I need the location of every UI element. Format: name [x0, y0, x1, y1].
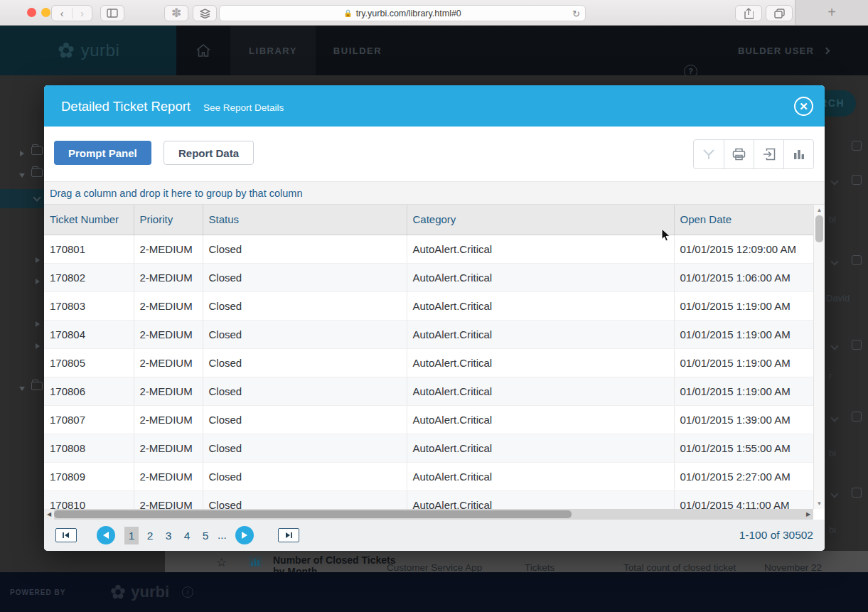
window-close-button[interactable] — [27, 8, 36, 17]
table-row[interactable]: 170803 2-MEDIUM Closed AutoAlert.Critica… — [44, 291, 813, 320]
chevron-down-icon[interactable] — [830, 342, 838, 350]
table-row[interactable]: 170805 2-MEDIUM Closed AutoAlert.Critica… — [44, 348, 813, 377]
share-button[interactable] — [735, 5, 762, 21]
table-cell: 170805 — [44, 348, 134, 377]
table-cell: Closed — [203, 405, 407, 434]
chevron-down-icon[interactable] — [830, 257, 838, 265]
report-date: November 22 — [764, 562, 822, 572]
page-number-3[interactable]: 3 — [161, 527, 176, 544]
table-cell: 170802 — [44, 263, 134, 291]
row-checkbox[interactable] — [852, 255, 862, 265]
table-cell: 170807 — [44, 405, 134, 434]
brand-logo[interactable]: yurbi — [0, 26, 176, 75]
table-row[interactable]: 170810 2-MEDIUM Closed AutoAlert.Critica… — [44, 490, 813, 509]
page-number-4[interactable]: 4 — [180, 527, 194, 544]
table-row[interactable]: 170808 2-MEDIUM Closed AutoAlert.Critica… — [44, 434, 813, 462]
back-button[interactable]: ‹ — [52, 8, 72, 19]
extension-flower-icon[interactable]: ✽ — [164, 5, 188, 21]
tree-expand-icon[interactable] — [20, 151, 24, 156]
table-row[interactable]: 170801 2-MEDIUM Closed AutoAlert.Critica… — [44, 235, 813, 263]
print-icon[interactable] — [724, 140, 754, 168]
result-range-label: 1-100 of 30502 — [739, 529, 813, 542]
tree-expand-icon[interactable] — [36, 321, 40, 327]
tree-collapse-icon[interactable] — [19, 387, 25, 391]
row-checkbox[interactable] — [852, 340, 862, 350]
page-number-1[interactable]: 1 — [124, 527, 139, 544]
forward-button[interactable]: › — [72, 8, 92, 19]
tree-expand-icon[interactable] — [36, 343, 40, 349]
address-bar[interactable]: 🔒 try.yurbi.com/library.html#0 ↻ — [219, 5, 586, 21]
page-number-2[interactable]: 2 — [143, 527, 157, 544]
tree-expand-icon[interactable] — [36, 257, 40, 263]
table-cell: Closed — [203, 490, 407, 509]
horizontal-scrollbar[interactable]: ◀ ▶ — [44, 509, 813, 520]
table-row[interactable]: 170804 2-MEDIUM Closed AutoAlert.Critica… — [44, 320, 813, 348]
powered-by-label: POWERED BY — [10, 589, 65, 596]
page-number-5[interactable]: 5 — [198, 527, 213, 544]
column-header-open-date[interactable]: Open Date — [674, 205, 813, 235]
table-cell: 01/01/2015 1:19:00 AM — [674, 348, 813, 377]
library-list-row[interactable]: ☆ Number of Closed Tickets by Month Cust… — [165, 551, 868, 572]
row-checkbox[interactable] — [852, 175, 862, 185]
last-page-button[interactable] — [278, 528, 299, 542]
see-report-details-link[interactable]: See Report Details — [203, 102, 284, 113]
tab-overview-button[interactable] — [766, 5, 793, 21]
next-page-button[interactable] — [235, 526, 254, 544]
first-page-button[interactable] — [55, 528, 77, 542]
table-row[interactable]: 170806 2-MEDIUM Closed AutoAlert.Critica… — [44, 377, 813, 405]
table-cell: AutoAlert.Critical — [407, 235, 674, 263]
extension-stack-icon[interactable] — [193, 5, 217, 21]
tab-home[interactable] — [176, 26, 230, 75]
sidebar-toggle-button[interactable] — [100, 5, 124, 21]
scroll-right-icon[interactable]: ▶ — [803, 509, 813, 520]
table-cell: Closed — [203, 434, 407, 462]
chevron-down-icon[interactable] — [830, 414, 838, 422]
table-cell: 170801 — [44, 235, 134, 263]
group-by-dropzone[interactable]: Drag a column and drop it here to group … — [44, 181, 825, 205]
horizontal-scroll-thumb[interactable] — [54, 510, 572, 518]
export-icon[interactable] — [754, 140, 783, 168]
table-cell: 2-MEDIUM — [134, 291, 203, 320]
chevron-down-icon[interactable] — [830, 177, 838, 185]
scroll-up-icon[interactable]: ▲ — [814, 207, 825, 213]
app-header: yurbi LIBRARY BUILDER ? BULDER USER — [0, 26, 868, 75]
column-header-status[interactable]: Status — [203, 205, 407, 235]
tab-builder[interactable]: BUILDER — [316, 26, 400, 75]
table-row[interactable]: 170807 2-MEDIUM Closed AutoAlert.Critica… — [44, 405, 813, 434]
tab-library[interactable]: LIBRARY — [230, 26, 316, 75]
new-tab-button[interactable]: + — [795, 0, 868, 25]
scroll-left-icon[interactable]: ◀ — [44, 509, 54, 520]
info-icon[interactable]: i — [182, 586, 193, 598]
tree-expand-icon[interactable] — [36, 279, 40, 284]
mouse-cursor — [661, 228, 671, 242]
prompt-panel-button[interactable]: Prompt Panel — [54, 141, 151, 165]
chevron-down-icon[interactable] — [830, 490, 838, 498]
vertical-scroll-thumb[interactable] — [815, 215, 823, 242]
star-icon[interactable]: ☆ — [216, 555, 227, 570]
close-icon[interactable]: ✕ — [794, 97, 813, 116]
report-data-button[interactable]: Report Data — [164, 141, 254, 165]
column-header-priority[interactable]: Priority — [134, 205, 203, 235]
tree-collapse-icon[interactable] — [19, 173, 25, 178]
text-fragment: bi — [829, 525, 836, 535]
table-row[interactable]: 170802 2-MEDIUM Closed AutoAlert.Critica… — [44, 263, 813, 291]
table-cell: 01/01/2015 1:19:00 AM — [674, 320, 813, 348]
select-all-checkbox[interactable] — [852, 141, 862, 151]
tree-item-selected[interactable] — [0, 189, 50, 208]
table-row[interactable]: 170809 2-MEDIUM Closed AutoAlert.Critica… — [44, 462, 813, 490]
window-minimize-button[interactable] — [41, 8, 50, 17]
column-header-ticket-number[interactable]: Ticket Number — [44, 205, 134, 235]
user-menu[interactable]: BULDER USER — [738, 26, 829, 75]
chart-icon[interactable] — [783, 140, 813, 168]
row-checkbox[interactable] — [852, 488, 862, 498]
table-cell: 01/01/2015 1:39:00 AM — [674, 405, 813, 434]
vertical-scrollbar[interactable]: ▲ ▼ — [813, 205, 825, 509]
column-header-category[interactable]: Category — [407, 205, 674, 235]
previous-page-button[interactable] — [97, 526, 115, 544]
row-checkbox[interactable] — [852, 412, 862, 422]
scroll-down-icon[interactable]: ▼ — [814, 500, 825, 507]
report-type: Tickets — [525, 562, 554, 572]
reload-button[interactable]: ↻ — [572, 9, 580, 19]
table-cell: 2-MEDIUM — [134, 348, 203, 377]
filter-icon[interactable] — [694, 140, 724, 168]
